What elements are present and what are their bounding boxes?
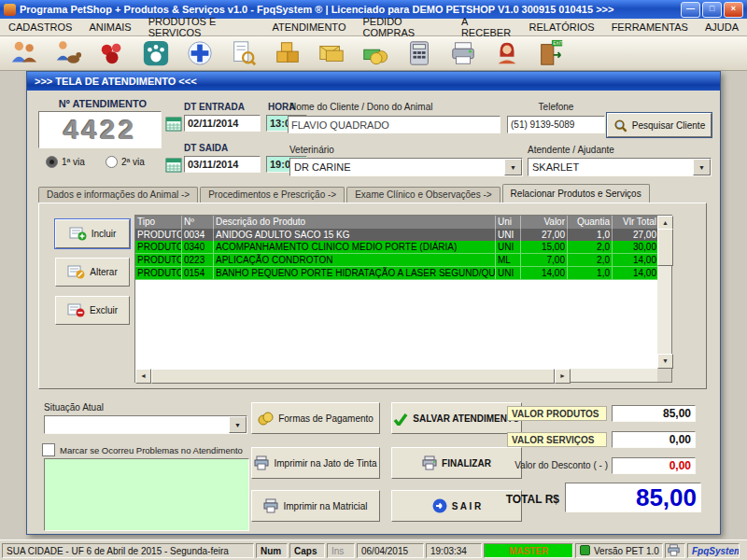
cell-uni: UNI — [496, 241, 521, 253]
alterar-icon — [67, 264, 85, 280]
imprimir-matricial-label: Imprimir na Matricial — [283, 501, 367, 511]
situacao-dropdown-icon[interactable] — [229, 416, 247, 433]
excluir-button[interactable]: Excluir — [55, 296, 130, 325]
observacoes-textarea[interactable] — [44, 458, 249, 531]
menu-animais[interactable]: ANIMAIS — [80, 20, 139, 35]
close-button[interactable]: × — [724, 2, 743, 18]
application-root: Programa PetShop + Produtos & Serviços v… — [0, 0, 747, 560]
problema-checkbox[interactable] — [42, 443, 55, 456]
tab-produtos-servicos[interactable]: Relacionar Produtos e Serviços — [502, 184, 650, 203]
dt-saida-field[interactable]: 03/11/2014 — [184, 156, 261, 173]
toolbar-staff-button[interactable] — [487, 37, 527, 70]
telefone-field[interactable]: (51) 9139-5089 — [507, 116, 605, 133]
toolbar-client-pet-button[interactable] — [49, 37, 88, 70]
alterar-label: Alterar — [90, 267, 117, 277]
tab-dados-animal[interactable]: Dados e informações do Animal -> — [38, 187, 198, 203]
imprimir-jato-button[interactable]: Imprimir na Jato de Tinta — [251, 447, 380, 479]
situacao-atual-combo[interactable] — [44, 415, 247, 434]
incluir-label: Incluir — [92, 229, 117, 239]
toolbar: EXIT — [0, 36, 747, 71]
exit-icon: EXIT — [537, 39, 565, 67]
toolbar-vet-button[interactable] — [180, 37, 219, 70]
toolbar-paw-button[interactable] — [136, 37, 176, 70]
vertical-scrollbar[interactable] — [657, 216, 671, 369]
animals-icon — [98, 39, 126, 67]
scroll-left-icon[interactable] — [135, 369, 151, 384]
alterar-button[interactable]: Alterar — [55, 258, 130, 287]
menu-ajuda[interactable]: AJUDA — [697, 20, 747, 35]
toolbar-clients-button[interactable] — [5, 37, 44, 70]
svg-text:EXIT: EXIT — [553, 41, 563, 46]
toolbar-products-button[interactable] — [268, 37, 307, 70]
atendente-combo[interactable]: SKARLET — [528, 158, 712, 176]
vertical-scroll-thumb[interactable] — [657, 229, 673, 266]
toolbar-search-button[interactable] — [224, 37, 263, 70]
toolbar-finance-button[interactable] — [356, 37, 395, 70]
cell-descricao: ACOMPANHAMENTO CLINICO MEDIO PORTE (DIÁR… — [214, 241, 496, 253]
table-row[interactable]: PRODUTO 0223 APLICAÇÃO CONDROTON ML 7,00… — [135, 254, 657, 267]
desconto-field[interactable]: 0,00 — [612, 457, 696, 474]
col-numero[interactable]: Nº — [182, 216, 214, 229]
calendar-saida-icon[interactable] — [165, 156, 182, 173]
tab-procedimentos[interactable]: Procedimentos e Prescrição -> — [200, 187, 345, 203]
scroll-right-icon[interactable] — [555, 369, 571, 384]
incluir-icon — [69, 226, 87, 242]
printer-matricial-icon — [263, 498, 278, 513]
table-row[interactable]: PRODUTO 0034 ANIDOG ADULTO SACO 15 KG UN… — [135, 229, 657, 241]
problema-checkbox-row: Marcar se Ocorreu Problemas no Atendimen… — [42, 443, 243, 456]
maximize-button[interactable]: □ — [702, 2, 722, 18]
calendar-entrada-icon[interactable] — [165, 115, 182, 132]
col-quantia[interactable]: Quantia — [568, 216, 613, 229]
menu-cadastros[interactable]: CADASTROS — [0, 20, 80, 35]
dt-entrada-field[interactable]: 02/11/2014 — [184, 115, 261, 132]
col-descricao[interactable]: Descrição do Produto — [214, 216, 496, 229]
staff-icon — [493, 39, 521, 67]
tab-exame-clinico[interactable]: Exame Clínico e Observações -> — [346, 187, 500, 203]
via2-radio-circle[interactable] — [106, 156, 118, 168]
col-uni[interactable]: Uni — [496, 216, 521, 229]
dt-entrada-value: 02/11/2014 — [188, 118, 238, 129]
menu-ferramentas[interactable]: FERRAMENTAS — [603, 20, 697, 35]
atendimento-window-titlebar: >>> TELA DE ATENDIMENTO <<< — [27, 72, 720, 91]
veterinario-dropdown-icon[interactable] — [504, 159, 522, 175]
imprimir-matricial-button[interactable]: Imprimir na Matricial — [251, 490, 380, 522]
toolbar-exit-button[interactable]: EXIT — [531, 37, 571, 70]
clients-icon — [10, 39, 38, 67]
menu-atendimento[interactable]: ATENDIMENTO — [263, 20, 354, 35]
veterinario-combo[interactable]: DR CARINE — [289, 158, 523, 176]
horizontal-scroll-thumb[interactable] — [151, 369, 555, 384]
grid-header-row: Tipo Nº Descrição do Produto Uni Valor Q… — [135, 216, 657, 229]
via2-radio[interactable]: 2ª via — [106, 156, 145, 168]
money-icon — [361, 39, 389, 67]
formas-pagamento-button[interactable]: Formas de Pagamento — [251, 402, 380, 434]
cell-quantia: 2,0 — [568, 241, 613, 253]
scroll-down-icon[interactable] — [657, 354, 673, 369]
atendente-dropdown-icon[interactable] — [693, 159, 711, 175]
table-row[interactable]: PRODUTO 0154 BANHO PEQUENO PORTE HIDRATA… — [135, 267, 657, 280]
cell-descricao: ANIDOG ADULTO SACO 15 KG — [214, 229, 496, 241]
via2-radio-label: 2ª via — [121, 157, 145, 167]
cell-tipo: PRODUTO — [135, 254, 182, 266]
toolbar-animals-button[interactable] — [92, 37, 132, 70]
menu-relatorios[interactable]: RELATÓRIOS — [521, 20, 603, 35]
table-row[interactable]: PRODUTO 0340 ACOMPANHAMENTO CLINICO MEDI… — [135, 241, 657, 254]
sair-label: S A I R — [452, 501, 481, 511]
col-vlr-total[interactable]: Vlr Total — [613, 216, 657, 229]
salvar-atendimento-button[interactable]: SALVAR ATENDIMENTO — [391, 402, 522, 434]
pesquisar-cliente-button[interactable]: Pesquisar Cliente — [607, 113, 712, 137]
menu-bar: CADASTROS ANIMAIS PRODUTOS E SERVIÇOS AT… — [0, 19, 747, 36]
products-icon — [274, 39, 302, 67]
col-tipo[interactable]: Tipo — [135, 216, 182, 229]
via1-radio-circle[interactable] — [46, 156, 58, 168]
minimize-button[interactable]: — — [681, 2, 700, 18]
horizontal-scrollbar[interactable] — [135, 369, 657, 382]
status-time: 19:03:34 — [426, 543, 482, 558]
via1-radio[interactable]: 1ª via — [46, 156, 85, 168]
printer-jato-icon — [254, 455, 269, 470]
toolbar-mail-button[interactable] — [312, 37, 351, 70]
toolbar-calculator-button[interactable] — [400, 37, 439, 70]
incluir-button[interactable]: Incluir — [55, 219, 130, 248]
toolbar-printer-button[interactable] — [444, 37, 483, 70]
col-valor[interactable]: Valor — [521, 216, 568, 229]
nome-cliente-field[interactable]: FLAVIO QUADRADO — [288, 116, 500, 133]
